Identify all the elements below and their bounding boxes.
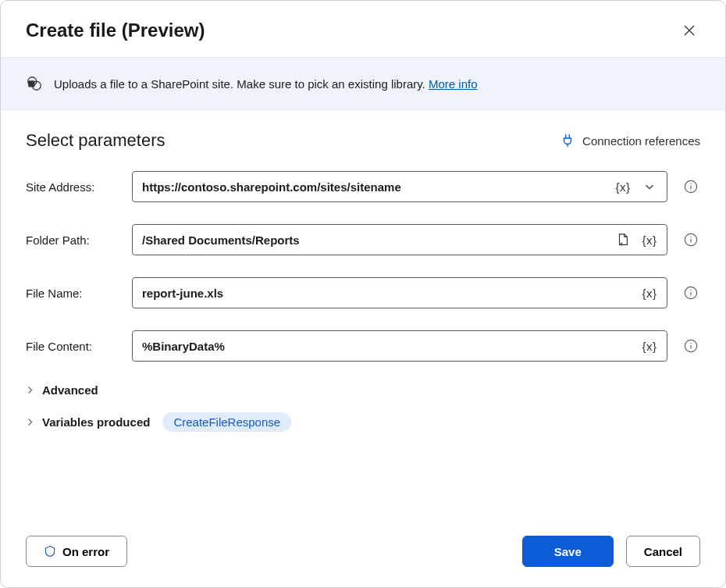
site-address-value: https://contoso.sharepoint.com/sites/sit… <box>142 180 607 194</box>
insert-variable-button[interactable]: {x} <box>612 176 634 198</box>
chevron-down-icon <box>644 181 655 192</box>
advanced-expander[interactable]: Advanced <box>26 383 700 397</box>
file-content-info[interactable] <box>682 337 700 355</box>
param-row-folder-path: Folder Path: /Shared Documents/Reports {… <box>26 224 700 255</box>
site-address-label: Site Address: <box>26 180 118 194</box>
connection-references-label: Connection references <box>582 134 700 148</box>
connection-references-link[interactable]: Connection references <box>561 134 700 148</box>
insert-variable-button[interactable]: {x} <box>639 335 660 357</box>
file-name-field[interactable]: report-june.xls {x} <box>132 277 667 308</box>
file-name-value: report-june.xls <box>142 287 634 300</box>
file-name-info[interactable] <box>682 283 700 302</box>
file-content-field[interactable]: %BinaryData% {x} <box>132 330 667 362</box>
chevron-right-icon <box>26 418 34 426</box>
on-error-label: On error <box>62 545 109 558</box>
folder-picker-button[interactable] <box>612 229 634 251</box>
folder-path-label: Folder Path: <box>26 233 118 247</box>
svg-point-14 <box>690 290 691 290</box>
info-banner-message: Uploads a file to a SharePoint site. Mak… <box>54 77 425 91</box>
chevron-right-icon <box>26 386 34 394</box>
dialog-header: Create file (Preview) <box>1 1 725 57</box>
dialog-body: Select parameters Connection references … <box>1 110 725 518</box>
info-icon <box>684 339 698 353</box>
param-row-file-content: File Content: %BinaryData% {x} <box>26 330 700 362</box>
cancel-button[interactable]: Cancel <box>626 536 700 567</box>
svg-text:S: S <box>30 81 34 87</box>
file-name-label: File Name: <box>26 287 118 300</box>
param-row-file-name: File Name: report-june.xls {x} <box>26 277 700 308</box>
info-icon <box>684 286 698 300</box>
insert-variable-button[interactable]: {x} <box>639 229 660 251</box>
file-content-label: File Content: <box>26 340 118 353</box>
svg-point-17 <box>690 343 691 344</box>
section-header-row: Select parameters Connection references <box>26 130 700 151</box>
more-info-link[interactable]: More info <box>429 77 478 91</box>
variables-produced-label: Variables produced <box>42 415 150 429</box>
create-file-dialog: Create file (Preview) S Uploads a file t… <box>0 0 726 588</box>
site-address-info[interactable] <box>682 177 700 196</box>
variable-pill[interactable]: CreateFileResponse <box>162 412 291 432</box>
site-address-dropdown[interactable] <box>639 176 660 198</box>
site-address-field[interactable]: https://contoso.sharepoint.com/sites/sit… <box>132 171 667 202</box>
save-button[interactable]: Save <box>522 536 614 567</box>
dialog-footer: On error Save Cancel <box>1 518 725 587</box>
shield-icon <box>44 545 56 558</box>
sharepoint-icon: S <box>26 75 43 92</box>
info-icon <box>684 180 698 194</box>
folder-path-info[interactable] <box>682 230 700 249</box>
close-button[interactable] <box>678 20 700 41</box>
folder-path-field[interactable]: /Shared Documents/Reports {x} <box>132 224 667 255</box>
info-banner-text: Uploads a file to a SharePoint site. Mak… <box>54 77 478 91</box>
file-picker-icon <box>616 233 630 247</box>
advanced-label: Advanced <box>42 383 98 397</box>
section-title: Select parameters <box>26 130 561 151</box>
param-row-site-address: Site Address: https://contoso.sharepoint… <box>26 171 700 202</box>
info-icon <box>684 233 698 247</box>
variables-produced-expander[interactable]: Variables produced CreateFileResponse <box>26 412 700 432</box>
info-banner: S Uploads a file to a SharePoint site. M… <box>1 57 725 110</box>
insert-variable-button[interactable]: {x} <box>639 282 660 304</box>
on-error-button[interactable]: On error <box>26 536 127 567</box>
folder-path-value: /Shared Documents/Reports <box>142 233 607 247</box>
svg-point-11 <box>690 237 691 237</box>
dialog-title: Create file (Preview) <box>26 20 678 41</box>
file-content-value: %BinaryData% <box>142 340 634 353</box>
svg-point-8 <box>690 184 691 184</box>
close-icon <box>683 24 696 37</box>
plug-icon <box>561 134 575 148</box>
